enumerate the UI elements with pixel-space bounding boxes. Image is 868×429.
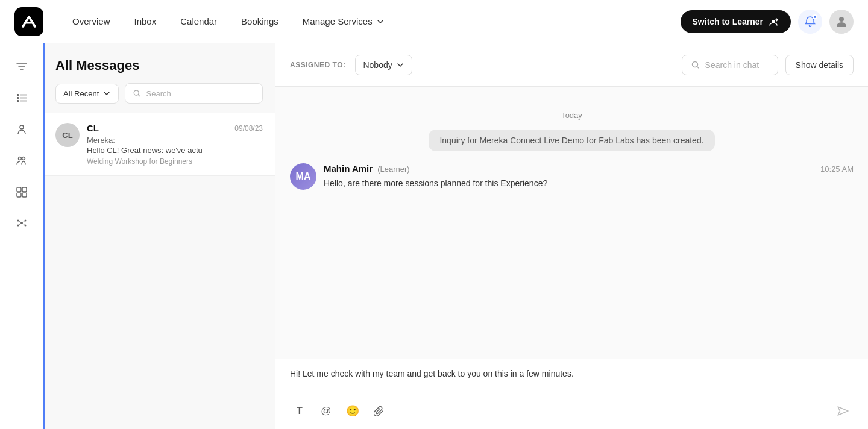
search-chat[interactable]: Search in chat [682,55,778,75]
show-details-button[interactable]: Show details [785,55,854,75]
search-input[interactable] [146,89,256,98]
message-avatar: CL [55,123,80,147]
mention-button[interactable]: @ [316,401,336,421]
chat-sender-avatar: MA [290,163,316,190]
nav-overview[interactable]: Overview [63,11,120,31]
message-list-panel: All Messages All Recent CL CL 09 [43,43,275,429]
chat-header: ASSIGNED TO: Nobody Search in chat Show … [275,43,868,87]
main-layout: All Messages All Recent CL CL 09 [0,43,868,429]
search-wrap [125,83,263,104]
system-message-wrap: Inquiry for Mereka Connect Live Demo for… [290,130,854,151]
svg-rect-2 [17,97,19,99]
chat-input-area: Hi! Let me check with my team and get ba… [275,359,868,429]
system-message: Inquiry for Mereka Connect Live Demo for… [429,130,714,151]
message-preview: Hello CL! Great news: we've actu [87,146,231,155]
nav-bookings[interactable]: Bookings [231,11,288,31]
chat-input[interactable]: Hi! Let me check with my team and get ba… [290,369,854,393]
svg-rect-10 [17,187,21,192]
svg-rect-13 [22,193,27,197]
svg-line-19 [19,221,20,222]
nav-right: Switch to Learner [681,10,854,34]
sidebar-molecule-icon[interactable] [8,210,35,236]
svg-point-14 [20,222,23,224]
message-from: Mereka: [87,136,263,145]
message-subject: Welding Workshop for Beginners [87,157,263,166]
chat-sender-role: (Learner) [377,164,409,174]
chat-message-time: 10:25 AM [820,164,854,174]
svg-rect-1 [17,94,19,96]
svg-point-15 [17,220,19,222]
chat-messages: Today Inquiry for Mereka Connect Live De… [275,87,868,359]
sidebar-group-icon[interactable] [8,147,35,174]
svg-point-0 [839,17,844,22]
search-chat-icon [691,60,700,70]
filter-dropdown[interactable]: All Recent [55,84,119,104]
svg-rect-3 [17,100,19,102]
search-chat-placeholder: Search in chat [705,60,760,70]
assigned-label: ASSIGNED TO: [290,61,345,69]
panel-title: All Messages [55,58,263,74]
svg-rect-11 [22,187,27,192]
search-icon [133,89,141,98]
nav-calendar[interactable]: Calendar [171,11,227,31]
panel-header: All Messages All Recent [43,43,275,113]
bold-text-button[interactable]: T [290,401,309,421]
message-date: 09/08/23 [234,124,263,133]
assigned-dropdown[interactable]: Nobody [355,55,412,75]
svg-line-22 [22,224,24,225]
nav-manage-services[interactable]: Manage Services [293,11,394,31]
sidebar [0,43,43,429]
filter-row: All Recent [55,83,263,104]
notification-dot [813,14,817,19]
chat-message: MA Mahin Amir (Learner) 10:25 AM Hello, … [290,163,854,190]
nav-inbox[interactable]: Inbox [125,11,166,31]
sidebar-person-icon[interactable] [8,116,35,142]
svg-point-18 [24,225,26,227]
send-button[interactable] [832,400,854,422]
date-separator: Today [290,111,854,120]
chat-area: ASSIGNED TO: Nobody Search in chat Show … [275,43,868,429]
svg-point-17 [17,225,19,227]
sidebar-queue-icon[interactable] [8,178,35,205]
message-item[interactable]: CL CL 09/08/23 Mereka: Hello CL! Great n… [43,113,275,176]
svg-point-8 [18,157,21,160]
svg-rect-12 [17,193,21,197]
svg-point-7 [20,125,24,129]
top-navigation: Overview Inbox Calendar Bookings Manage … [0,0,868,43]
nav-links: Overview Inbox Calendar Bookings Manage … [63,11,681,31]
sidebar-filters-icon[interactable] [8,53,35,80]
attachment-button[interactable] [370,401,389,421]
active-border [43,43,45,429]
logo[interactable] [14,7,43,36]
switch-to-learner-button[interactable]: Switch to Learner [681,10,791,33]
svg-line-20 [22,221,24,222]
message-sender: CL [87,123,99,133]
svg-point-16 [24,220,26,222]
sidebar-list-icon[interactable] [8,84,35,111]
svg-point-9 [22,157,25,160]
emoji-button[interactable]: 🙂 [343,401,362,421]
chat-message-text: Hello, are there more sessions planned f… [324,177,854,190]
notifications-button[interactable] [798,10,822,34]
svg-line-21 [19,224,20,225]
chat-sender-name: Mahin Amir [324,163,373,174]
chat-input-toolbar: T @ 🙂 [290,400,854,422]
user-avatar[interactable] [829,10,854,34]
